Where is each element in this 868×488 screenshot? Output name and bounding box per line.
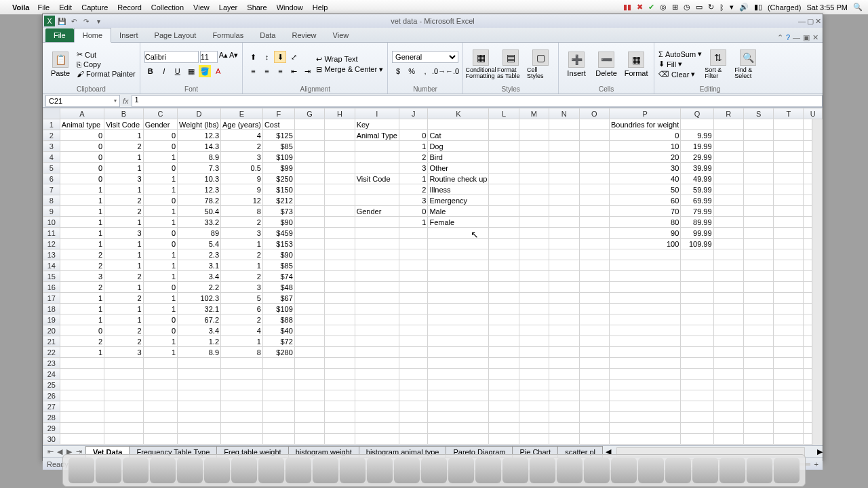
row-header-18[interactable]: 18 [43,304,60,314]
cell-J9[interactable]: 0 [399,206,427,217]
cell-F17[interactable]: $67 [262,293,294,304]
cell-T17[interactable] [774,293,804,304]
cell-K8[interactable]: Emergency [428,195,489,206]
cell-I30[interactable] [355,434,399,445]
cell-L26[interactable] [489,390,519,401]
cell-O17[interactable] [579,293,609,304]
row-header-13[interactable]: 13 [43,249,60,260]
menu-layer[interactable]: Layer [219,3,238,12]
cell-L13[interactable] [489,249,519,260]
italic-button[interactable]: I [158,65,170,77]
cell-I5[interactable] [355,163,399,174]
cell-T28[interactable] [774,412,804,423]
cell-D3[interactable]: 14.3 [178,141,221,152]
row-header-14[interactable]: 14 [43,260,60,271]
cell-Q10[interactable]: 89.99 [681,217,713,228]
cell-J30[interactable] [399,434,427,445]
cell-T19[interactable] [774,314,804,325]
cell-L1[interactable] [489,119,519,130]
cell-J27[interactable] [399,401,427,412]
cell-J21[interactable] [399,336,427,347]
dock-app-icon[interactable] [96,458,121,483]
cell-O19[interactable] [579,314,609,325]
cell-K29[interactable] [428,423,489,434]
cell-M1[interactable] [519,119,549,130]
cell-L21[interactable] [489,336,519,347]
cell-J16[interactable] [399,282,427,293]
cell-R23[interactable] [713,358,743,369]
cell-A17[interactable]: 1 [60,293,104,304]
cell-H16[interactable] [325,282,355,293]
cell-P30[interactable] [609,434,680,445]
cell-F12[interactable]: $153 [262,239,294,249]
cell-L12[interactable] [489,239,519,249]
dock-app-icon[interactable] [502,458,528,483]
cell-F22[interactable]: $280 [262,347,294,358]
cell-O27[interactable] [579,401,609,412]
cell-G27[interactable] [294,401,324,412]
dock-app-icon[interactable] [448,458,474,483]
cell-I25[interactable] [355,380,399,390]
cell-P18[interactable] [609,304,680,314]
cell-D26[interactable] [178,390,221,401]
cell-F1[interactable]: Cost [262,119,294,130]
cell-F6[interactable]: $250 [262,174,294,184]
cell-C21[interactable]: 1 [143,336,177,347]
cell-C22[interactable]: 1 [143,347,177,358]
copy-button[interactable]: ⎘ Copy [77,60,136,68]
cell-S18[interactable] [743,304,773,314]
dock-app-icon[interactable] [638,458,664,483]
dock-app-icon[interactable] [177,458,203,483]
battery-icon[interactable]: ▮▯ [754,3,762,12]
cell-A15[interactable]: 3 [60,271,104,282]
cell-P23[interactable] [609,358,680,369]
cell-E5[interactable]: 0.5 [221,163,263,174]
clear-button[interactable]: ⌫ Clear ▾ [658,70,702,79]
cell-J8[interactable]: 3 [399,195,427,206]
border-button[interactable]: ▦ [185,65,197,77]
cell-B20[interactable]: 2 [104,325,144,336]
cell-H5[interactable] [325,163,355,174]
dock-app-icon[interactable] [557,458,583,483]
cell-C4[interactable]: 1 [143,152,177,163]
cell-G7[interactable] [294,184,324,195]
dock-app-icon[interactable] [231,458,257,483]
cell-O29[interactable] [579,423,609,434]
cell-J26[interactable] [399,390,427,401]
cell-J4[interactable]: 2 [399,152,427,163]
cell-L29[interactable] [489,423,519,434]
cell-E2[interactable]: 4 [221,130,263,141]
cell-D22[interactable]: 8.9 [178,347,221,358]
cell-K3[interactable]: Dog [428,141,489,152]
cell-C18[interactable]: 1 [143,304,177,314]
cell-N6[interactable] [549,174,579,184]
cell-M5[interactable] [519,163,549,174]
cell-E28[interactable] [221,412,263,423]
dock-app-icon[interactable] [285,458,311,483]
cell-Q5[interactable]: 39.99 [681,163,713,174]
dock-app-icon[interactable] [123,458,149,483]
cell-N20[interactable] [549,325,579,336]
wifi-icon[interactable]: ▾ [730,3,734,12]
col-header-I[interactable]: I [355,108,399,119]
row-header-26[interactable]: 26 [43,390,60,401]
dock-app-icon[interactable] [530,458,555,483]
cell-R14[interactable] [713,260,743,271]
cell-P17[interactable] [609,293,680,304]
cell-H25[interactable] [325,380,355,390]
cell-K13[interactable] [428,249,489,260]
cell-T14[interactable] [774,260,804,271]
cell-C9[interactable]: 1 [143,206,177,217]
percent-icon[interactable]: % [406,65,418,77]
wrap-text-button[interactable]: ↩ Wrap Text [316,55,383,64]
cell-O12[interactable] [579,239,609,249]
cell-N29[interactable] [549,423,579,434]
cell-N9[interactable] [549,206,579,217]
cell-Q29[interactable] [681,423,713,434]
cell-B6[interactable]: 3 [104,174,144,184]
cell-T3[interactable] [774,141,804,152]
cell-R26[interactable] [713,390,743,401]
cell-N16[interactable] [549,282,579,293]
cell-I15[interactable] [355,271,399,282]
cell-O28[interactable] [579,412,609,423]
